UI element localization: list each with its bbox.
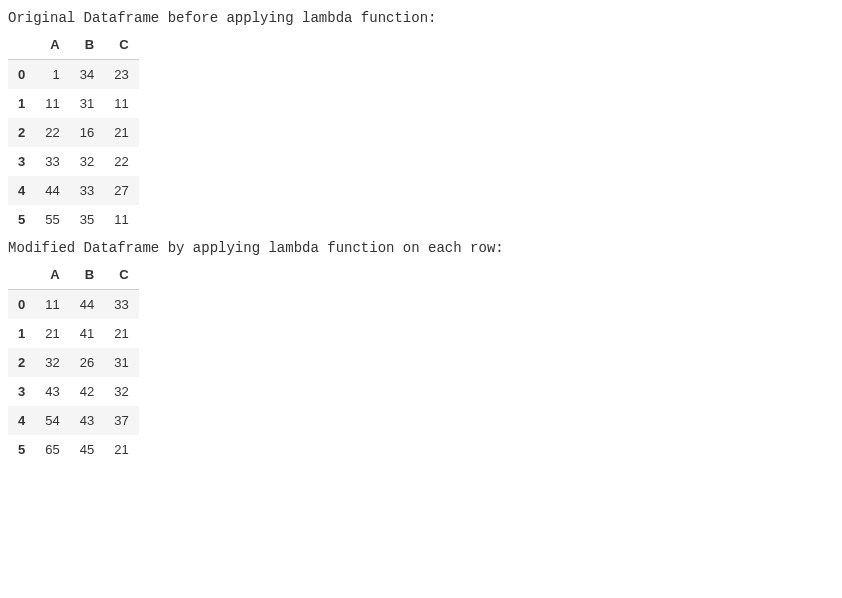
- cell: 21: [35, 319, 69, 348]
- table-row: 0 1 34 23: [8, 60, 139, 90]
- cell: 21: [104, 319, 138, 348]
- col-header: C: [104, 30, 138, 60]
- cell: 21: [104, 435, 138, 464]
- cell: 41: [70, 319, 104, 348]
- table-row: 3 33 32 22: [8, 147, 139, 176]
- row-index: 3: [8, 147, 35, 176]
- cell: 22: [104, 147, 138, 176]
- row-index: 4: [8, 176, 35, 205]
- cell: 37: [104, 406, 138, 435]
- heading-modified-dataframe: Modified Dataframe by applying lambda fu…: [8, 240, 834, 256]
- cell: 22: [35, 118, 69, 147]
- table-row: 5 65 45 21: [8, 435, 139, 464]
- cell: 43: [35, 377, 69, 406]
- cell: 32: [35, 348, 69, 377]
- row-index: 1: [8, 319, 35, 348]
- row-index: 2: [8, 118, 35, 147]
- row-index: 1: [8, 89, 35, 118]
- table-row: 1 21 41 21: [8, 319, 139, 348]
- table-original: A B C 0 1 34 23 1 11 31 11 2 22 16 21 3 …: [8, 30, 139, 234]
- table-row: 4 54 43 37: [8, 406, 139, 435]
- row-index: 5: [8, 205, 35, 234]
- table-row: 0 11 44 33: [8, 290, 139, 320]
- table-row: 3 43 42 32: [8, 377, 139, 406]
- cell: 11: [104, 205, 138, 234]
- cell: 33: [70, 176, 104, 205]
- row-index: 0: [8, 60, 35, 90]
- table-row: 2 32 26 31: [8, 348, 139, 377]
- cell: 33: [104, 290, 138, 320]
- cell: 11: [104, 89, 138, 118]
- table-corner: [8, 260, 35, 290]
- table-modified: A B C 0 11 44 33 1 21 41 21 2 32 26 31 3…: [8, 260, 139, 464]
- row-index: 0: [8, 290, 35, 320]
- cell: 1: [35, 60, 69, 90]
- cell: 33: [35, 147, 69, 176]
- cell: 55: [35, 205, 69, 234]
- cell: 31: [70, 89, 104, 118]
- cell: 35: [70, 205, 104, 234]
- cell: 32: [70, 147, 104, 176]
- cell: 44: [70, 290, 104, 320]
- row-index: 4: [8, 406, 35, 435]
- col-header: A: [35, 30, 69, 60]
- col-header: C: [104, 260, 138, 290]
- cell: 23: [104, 60, 138, 90]
- cell: 65: [35, 435, 69, 464]
- row-index: 5: [8, 435, 35, 464]
- cell: 16: [70, 118, 104, 147]
- table-row: 1 11 31 11: [8, 89, 139, 118]
- cell: 44: [35, 176, 69, 205]
- table-corner: [8, 30, 35, 60]
- cell: 26: [70, 348, 104, 377]
- table-row: 5 55 35 11: [8, 205, 139, 234]
- cell: 42: [70, 377, 104, 406]
- cell: 34: [70, 60, 104, 90]
- row-index: 2: [8, 348, 35, 377]
- col-header: B: [70, 260, 104, 290]
- cell: 54: [35, 406, 69, 435]
- cell: 31: [104, 348, 138, 377]
- cell: 11: [35, 290, 69, 320]
- row-index: 3: [8, 377, 35, 406]
- table-row: 2 22 16 21: [8, 118, 139, 147]
- cell: 32: [104, 377, 138, 406]
- heading-original-dataframe: Original Dataframe before applying lambd…: [8, 10, 834, 26]
- cell: 43: [70, 406, 104, 435]
- col-header: B: [70, 30, 104, 60]
- col-header: A: [35, 260, 69, 290]
- cell: 21: [104, 118, 138, 147]
- cell: 11: [35, 89, 69, 118]
- table-row: 4 44 33 27: [8, 176, 139, 205]
- cell: 27: [104, 176, 138, 205]
- cell: 45: [70, 435, 104, 464]
